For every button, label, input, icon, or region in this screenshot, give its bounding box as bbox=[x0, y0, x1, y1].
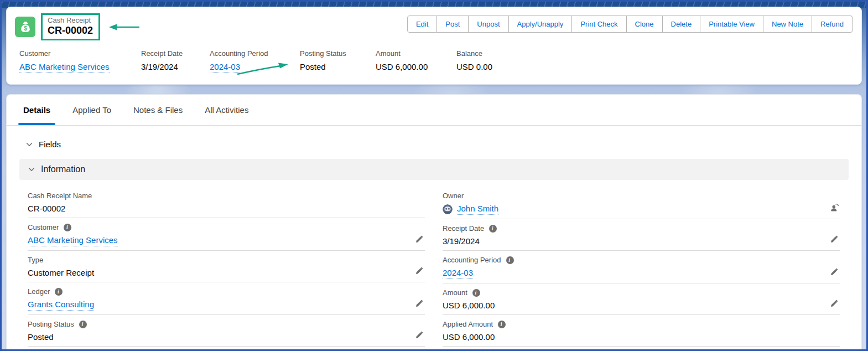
record-header-card: $ Cash Receipt CR-00002 Edit Post Unpost… bbox=[6, 7, 862, 85]
summary-customer: Customer ABC Marketing Services bbox=[19, 49, 141, 72]
summary-amount-label: Amount bbox=[376, 49, 456, 58]
field-value: CR-00002 bbox=[28, 203, 65, 214]
action-button-bar: Edit Post Unpost Apply/Unapply Print Che… bbox=[407, 16, 853, 33]
field-value: Posted bbox=[28, 332, 54, 342]
annotation-arrow-posted bbox=[235, 60, 290, 76]
edit-pencil-icon[interactable] bbox=[830, 268, 838, 276]
detail-field-grid: Cash Receipt Name CR-00002 Customer i AB… bbox=[28, 187, 840, 349]
field-label: Accounting Period bbox=[443, 256, 501, 265]
post-button[interactable]: Post bbox=[437, 16, 469, 33]
field-ledger: Ledger i Grants Consulting bbox=[28, 282, 425, 315]
cash-receipt-icon: $ bbox=[15, 17, 35, 37]
edit-pencil-icon[interactable] bbox=[830, 300, 838, 308]
info-icon[interactable]: i bbox=[55, 288, 63, 296]
printable-view-button[interactable]: Printable View bbox=[700, 16, 763, 33]
delete-button[interactable]: Delete bbox=[663, 16, 701, 33]
edit-pencil-icon[interactable] bbox=[415, 267, 423, 275]
detail-right-column: Owner John Smith bbox=[443, 187, 840, 349]
tab-applied-to[interactable]: Applied To bbox=[61, 95, 122, 125]
record-detail-card: Details Applied To Notes & Files All Act… bbox=[6, 94, 862, 349]
summary-receipt-date-label: Receipt Date bbox=[141, 49, 210, 58]
field-label: Cash Receipt Name bbox=[28, 192, 92, 200]
field-customer: Customer i ABC Marketing Services bbox=[28, 218, 425, 251]
summary-accounting-period-label: Accounting Period bbox=[210, 49, 300, 58]
field-label: Customer bbox=[28, 223, 59, 232]
edit-button[interactable]: Edit bbox=[407, 16, 437, 33]
field-amount: Amount i USD 6,000.00 bbox=[443, 283, 840, 315]
summary-balance-label: Balance bbox=[456, 49, 534, 58]
field-type: Type Customer Receipt bbox=[28, 251, 425, 282]
summary-customer-link[interactable]: ABC Marketing Services bbox=[19, 62, 110, 73]
tab-all-activities[interactable]: All Activities bbox=[194, 95, 259, 125]
summary-posting-status-label: Posting Status bbox=[300, 49, 376, 58]
refund-button[interactable]: Refund bbox=[812, 16, 853, 33]
clone-button[interactable]: Clone bbox=[627, 16, 663, 33]
customer-link[interactable]: ABC Marketing Services bbox=[28, 235, 118, 246]
summary-posting-status: Posting Status Posted bbox=[300, 49, 376, 72]
info-icon[interactable]: i bbox=[79, 321, 87, 328]
field-label: Type bbox=[28, 256, 43, 265]
summary-amount-value: USD 6,000.00 bbox=[376, 62, 456, 72]
accounting-period-link[interactable]: 2024-03 bbox=[443, 267, 473, 279]
tab-strip: Details Applied To Notes & Files All Act… bbox=[7, 95, 861, 126]
field-owner: Owner John Smith bbox=[443, 187, 840, 219]
information-section-toggle[interactable]: Information bbox=[19, 159, 849, 180]
field-cash-receipt-name: Cash Receipt Name CR-00002 bbox=[28, 187, 425, 218]
ledger-link[interactable]: Grants Consulting bbox=[28, 299, 94, 311]
highlights-panel: Customer ABC Marketing Services Receipt … bbox=[15, 49, 853, 72]
print-check-button[interactable]: Print Check bbox=[572, 16, 626, 33]
summary-balance: Balance USD 0.00 bbox=[456, 49, 534, 72]
chevron-down-icon bbox=[25, 141, 33, 148]
field-value: USD 6,000.00 bbox=[443, 300, 495, 311]
edit-pencil-icon[interactable] bbox=[830, 235, 838, 244]
field-label: Posting Status bbox=[28, 320, 74, 329]
field-value: 3/19/2024 bbox=[443, 236, 480, 246]
field-label: Amount bbox=[443, 288, 467, 297]
page-title: CR-00002 bbox=[48, 25, 93, 37]
information-section-label: Information bbox=[41, 164, 85, 174]
field-accounting-period: Accounting Period i 2024-03 bbox=[443, 251, 840, 283]
summary-balance-value: USD 0.00 bbox=[456, 62, 534, 72]
info-icon[interactable]: i bbox=[498, 321, 506, 328]
info-icon[interactable]: i bbox=[472, 289, 480, 297]
field-receipt-date: Receipt Date i 3/19/2024 bbox=[443, 219, 840, 251]
object-label: Cash Receipt bbox=[48, 16, 93, 25]
info-icon[interactable]: i bbox=[64, 224, 71, 231]
summary-receipt-date-value: 3/19/2024 bbox=[141, 62, 210, 72]
detail-left-column: Cash Receipt Name CR-00002 Customer i AB… bbox=[28, 187, 425, 349]
edit-pencil-icon[interactable] bbox=[415, 235, 423, 244]
info-icon[interactable]: i bbox=[506, 256, 514, 264]
owner-avatar bbox=[443, 204, 453, 214]
tab-notes-files[interactable]: Notes & Files bbox=[122, 95, 194, 125]
field-value: USD 6,000.00 bbox=[443, 332, 495, 342]
record-title-row: $ Cash Receipt CR-00002 Edit Post Unpost… bbox=[15, 13, 853, 40]
edit-pencil-icon[interactable] bbox=[415, 300, 423, 308]
summary-customer-label: Customer bbox=[19, 49, 141, 58]
field-label: Receipt Date bbox=[443, 224, 484, 233]
edit-pencil-icon[interactable] bbox=[415, 331, 423, 339]
change-owner-icon[interactable] bbox=[830, 203, 839, 212]
tab-details[interactable]: Details bbox=[12, 95, 61, 125]
field-label: Ledger bbox=[28, 287, 50, 296]
summary-receipt-date: Receipt Date 3/19/2024 bbox=[141, 49, 210, 72]
field-posting-status: Posting Status i Posted bbox=[28, 315, 425, 347]
field-applied-amount: Applied Amount i USD 6,000.00 bbox=[443, 315, 840, 347]
field-value: Customer Receipt bbox=[28, 267, 94, 278]
annotation-arrow-title bbox=[108, 23, 141, 31]
unpost-button[interactable]: Unpost bbox=[469, 16, 508, 33]
money-bag-icon: $ bbox=[18, 20, 33, 34]
summary-posting-status-value: Posted bbox=[300, 62, 376, 72]
new-note-button[interactable]: New Note bbox=[763, 16, 812, 33]
annotation-highlight-box: Cash Receipt CR-00002 bbox=[41, 13, 100, 40]
fields-section-label: Fields bbox=[39, 140, 61, 149]
owner-link[interactable]: John Smith bbox=[457, 203, 498, 215]
fields-section-toggle[interactable]: Fields bbox=[25, 140, 861, 149]
dollar-glyph: $ bbox=[24, 25, 27, 32]
summary-amount: Amount USD 6,000.00 bbox=[376, 49, 456, 72]
chevron-down-icon bbox=[28, 166, 35, 173]
field-label: Applied Amount bbox=[443, 320, 493, 329]
field-balance: Balance i USD 0.00 bbox=[443, 347, 840, 349]
apply-unapply-button[interactable]: Apply/Unapply bbox=[509, 16, 573, 33]
info-icon[interactable]: i bbox=[489, 225, 497, 233]
field-label: Owner bbox=[443, 192, 464, 200]
